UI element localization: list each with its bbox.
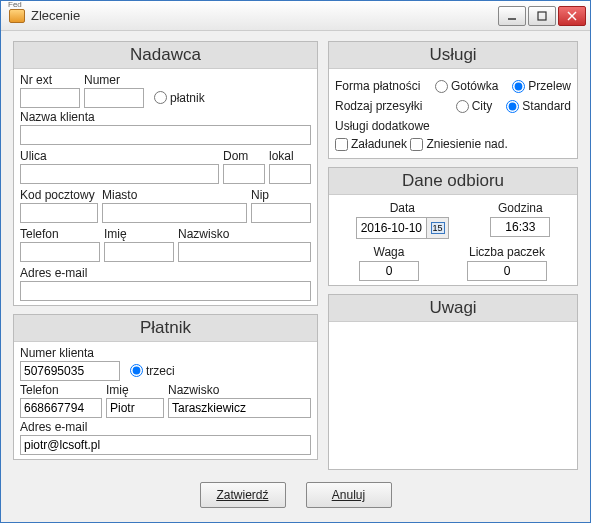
radio-standard[interactable] — [506, 100, 519, 113]
label-lokal: lokal — [269, 149, 311, 163]
label-zniesienie: Zniesienie nad. — [426, 137, 507, 151]
window-title: Zlecenie — [31, 8, 498, 23]
maximize-button[interactable] — [528, 6, 556, 26]
label-nazwisko-nadawca: Nazwisko — [178, 227, 311, 241]
input-nazwisko-platnik[interactable] — [168, 398, 311, 418]
textarea-uwagi[interactable] — [331, 324, 575, 362]
heading-platnik: Płatnik — [14, 315, 317, 342]
label-nr-ext: Nr ext — [20, 73, 80, 87]
label-godzina: Godzina — [498, 201, 543, 215]
input-nazwa-klienta[interactable] — [20, 125, 311, 145]
input-nr-ext[interactable] — [20, 88, 80, 108]
label-przelew: Przelew — [528, 79, 571, 93]
window-zlecenie: Zlecenie Nadawca Nr ext — [0, 0, 591, 523]
input-nip[interactable] — [251, 203, 311, 223]
label-numer: Numer — [84, 73, 144, 87]
label-gotowka: Gotówka — [451, 79, 498, 93]
zatwierdz-button[interactable]: Zatwierdź — [200, 482, 286, 508]
label-data: Data — [390, 201, 415, 215]
label-waga: Waga — [374, 245, 405, 259]
label-radio-trzeci: trzeci — [146, 364, 175, 378]
svg-rect-1 — [538, 12, 546, 20]
minimize-button[interactable] — [498, 6, 526, 26]
input-waga[interactable] — [359, 261, 419, 281]
left-column: Nadawca Nr ext Numer — [13, 41, 318, 470]
label-forma-platnosci: Forma płatności — [335, 79, 420, 93]
label-imie-nadawca: Imię — [104, 227, 174, 241]
radio-gotowka[interactable] — [435, 80, 448, 93]
radio-city[interactable] — [456, 100, 469, 113]
input-telefon-platnik[interactable] — [20, 398, 102, 418]
input-imie-nadawca[interactable] — [104, 242, 174, 262]
label-telefon-nadawca: Telefon — [20, 227, 100, 241]
button-row: Zatwierdź Anuluj — [13, 478, 578, 514]
group-nadawca: Nadawca Nr ext Numer — [13, 41, 318, 306]
radio-trzeci[interactable] — [130, 364, 143, 377]
group-dane-odbioru: Dane odbioru Data 2016-10-10 15 — [328, 167, 578, 286]
input-lokal[interactable] — [269, 164, 311, 184]
label-kod: Kod pocztowy — [20, 188, 98, 202]
input-email-nadawca[interactable] — [20, 281, 311, 301]
label-miasto: Miasto — [102, 188, 247, 202]
heading-uslugi: Usługi — [329, 42, 577, 69]
group-uslugi: Usługi Forma płatności Gotówka Przelew R… — [328, 41, 578, 159]
label-rodzaj-przesylki: Rodzaj przesyłki — [335, 99, 422, 113]
input-paczki[interactable] — [467, 261, 547, 281]
label-imie-platnik: Imię — [106, 383, 164, 397]
label-zaladunek: Załadunek — [351, 137, 407, 151]
app-icon — [9, 9, 25, 23]
label-numer-klienta: Numer klienta — [20, 346, 120, 360]
right-column: Usługi Forma płatności Gotówka Przelew R… — [328, 41, 578, 470]
columns: Nadawca Nr ext Numer — [13, 41, 578, 470]
label-ulica: Ulica — [20, 149, 219, 163]
heading-dane-odbioru: Dane odbioru — [329, 168, 577, 195]
input-nazwisko-nadawca[interactable] — [178, 242, 311, 262]
label-nazwisko-platnik: Nazwisko — [168, 383, 311, 397]
label-paczki: Liczba paczek — [469, 245, 545, 259]
input-imie-platnik[interactable] — [106, 398, 164, 418]
check-zaladunek[interactable] — [335, 138, 348, 151]
label-nazwa-klienta: Nazwa klienta — [20, 110, 311, 124]
input-telefon-nadawca[interactable] — [20, 242, 100, 262]
label-radio-platnik: płatnik — [170, 91, 205, 105]
label-standard: Standard — [522, 99, 571, 113]
input-godzina[interactable] — [490, 217, 550, 237]
input-ulica[interactable] — [20, 164, 219, 184]
calendar-icon[interactable]: 15 — [426, 218, 448, 238]
value-data: 2016-10-10 — [357, 221, 426, 235]
label-uslugi-dodatkowe: Usługi dodatkowe — [335, 119, 430, 133]
anuluj-button[interactable]: Anuluj — [306, 482, 392, 508]
label-city: City — [472, 99, 493, 113]
input-numer[interactable] — [84, 88, 144, 108]
check-zniesienie[interactable] — [410, 138, 423, 151]
radio-przelew[interactable] — [512, 80, 525, 93]
input-data[interactable]: 2016-10-10 15 — [356, 217, 449, 239]
input-miasto[interactable] — [102, 203, 247, 223]
heading-uwagi: Uwagi — [329, 295, 577, 322]
group-platnik: Płatnik Numer klienta trzeci — [13, 314, 318, 460]
label-telefon-platnik: Telefon — [20, 383, 102, 397]
label-email-nadawca: Adres e-mail — [20, 266, 311, 280]
label-nip: Nip — [251, 188, 311, 202]
heading-nadawca: Nadawca — [14, 42, 317, 69]
input-email-platnik[interactable] — [20, 435, 311, 455]
label-dom: Dom — [223, 149, 265, 163]
input-kod[interactable] — [20, 203, 98, 223]
input-dom[interactable] — [223, 164, 265, 184]
client-area: Nadawca Nr ext Numer — [1, 31, 590, 522]
radio-platnik[interactable] — [154, 91, 167, 104]
titlebar: Zlecenie — [1, 1, 590, 31]
window-buttons — [498, 6, 586, 26]
input-numer-klienta[interactable] — [20, 361, 120, 381]
label-email-platnik: Adres e-mail — [20, 420, 311, 434]
close-button[interactable] — [558, 6, 586, 26]
group-uwagi: Uwagi — [328, 294, 578, 471]
